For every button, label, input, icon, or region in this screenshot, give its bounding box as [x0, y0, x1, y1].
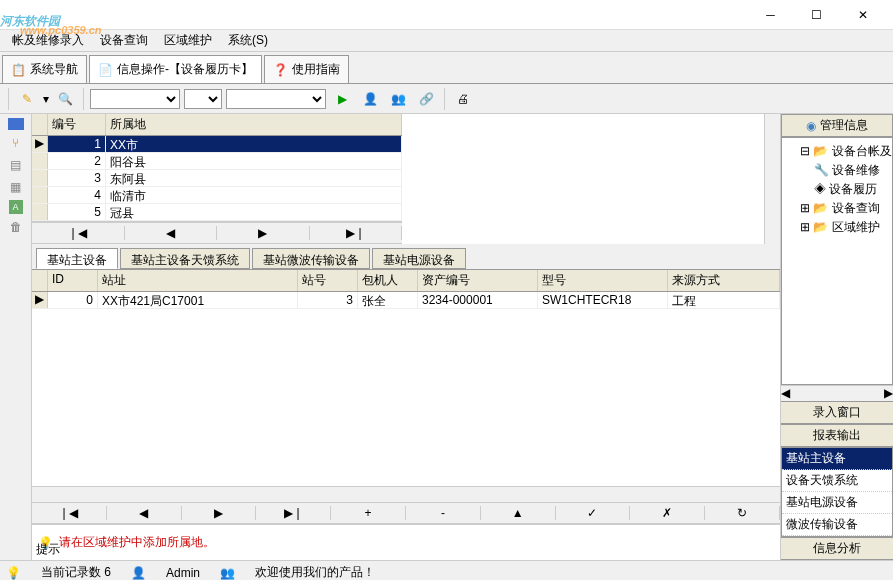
dcol-owner[interactable]: 包机人	[358, 270, 418, 291]
message-bar: 💡 请在区域维护中添加所属地。	[32, 524, 780, 560]
tab-info-op[interactable]: 📄 信息操作-【设备履历卡】	[89, 55, 262, 83]
page-icon[interactable]: ▤	[7, 156, 25, 174]
report-list: 基站主设备 设备天馈系统 基站电源设备 微波传输设备	[781, 447, 893, 537]
dcol-asset[interactable]: 资产编号	[418, 270, 538, 291]
doc-icon: 📄	[98, 63, 113, 77]
nav-prev[interactable]: ◀	[125, 226, 218, 240]
mgmt-tree: ⊟ 📂 设备台帐及维 🔧 设备维修 ◈ 设备履历 ⊞ 📂 设备查询 ⊞ 📂 区域…	[781, 137, 893, 385]
section-report[interactable]: 报表输出	[781, 424, 893, 447]
menu-system[interactable]: 系统(S)	[228, 32, 268, 49]
tree-node[interactable]: ⊟ 📂 设备台帐及维	[786, 142, 888, 161]
col-place[interactable]: 所属地	[106, 114, 402, 135]
user-icon: 👤	[131, 566, 146, 580]
link-icon[interactable]: 🔗	[414, 87, 438, 111]
close-button[interactable]: ✕	[840, 1, 885, 29]
dnav-del[interactable]: -	[406, 506, 481, 520]
dnav-first[interactable]: ❘◀	[32, 506, 107, 520]
dnav-last[interactable]: ▶❘	[256, 506, 331, 520]
tree-node[interactable]: ⊞ 📂 区域维护	[786, 218, 888, 237]
list-item[interactable]: 基站电源设备	[782, 492, 892, 514]
row-marker-icon: ▶	[32, 136, 48, 152]
search-icon[interactable]: 🔍	[53, 87, 77, 111]
globe-icon: ◉	[806, 119, 816, 133]
row-marker-icon: ▶	[32, 292, 48, 308]
titlebar: ─ ☐ ✕	[0, 0, 893, 30]
message-label: 提示	[36, 541, 60, 560]
toolbar: ✎ ▾ 🔍 ▶ 👤 👥 🔗 🖨	[0, 84, 893, 114]
detail-grid: ID 站址 站号 包机人 资产编号 型号 来源方式 ▶ 0 XX市421局C17…	[32, 270, 780, 486]
col-id[interactable]: 编号	[48, 114, 106, 135]
dnav-ok[interactable]: ✓	[556, 506, 631, 520]
bulb-icon: 💡	[6, 566, 21, 580]
nav-next[interactable]: ▶	[217, 226, 310, 240]
subtab-microwave[interactable]: 基站微波传输设备	[252, 248, 370, 269]
doc-icon[interactable]: ▦	[7, 178, 25, 196]
grid-row[interactable]: 5 冠县	[32, 204, 402, 221]
filter-combo-3[interactable]	[226, 89, 326, 109]
detail-navigator: ❘◀ ◀ ▶ ▶❘ + - ▲ ✓ ✗ ↻	[32, 502, 780, 524]
detail-tabs: 基站主设备 基站主设备天馈系统 基站微波传输设备 基站电源设备	[32, 244, 780, 270]
dcol-id[interactable]: ID	[48, 270, 98, 291]
dnav-add[interactable]: +	[331, 506, 406, 520]
section-analysis[interactable]: 信息分析	[781, 537, 893, 560]
dnav-prev[interactable]: ◀	[107, 506, 182, 520]
minimize-button[interactable]: ─	[748, 1, 793, 29]
find-group-icon[interactable]: 👥	[386, 87, 410, 111]
dcol-src[interactable]: 来源方式	[668, 270, 780, 291]
tabbar: 📋 系统导航 📄 信息操作-【设备履历卡】 ❓ 使用指南	[0, 52, 893, 84]
tree-node[interactable]: ◈ 设备履历	[786, 180, 888, 199]
tree-scrollbar[interactable]: ◀▶	[781, 385, 893, 401]
dcol-num[interactable]: 站号	[298, 270, 358, 291]
menu-region[interactable]: 区域维护	[164, 32, 212, 49]
play-icon[interactable]: ▶	[330, 87, 354, 111]
horizontal-scrollbar[interactable]	[32, 486, 780, 502]
grid-row[interactable]: ▶ 1 XX市	[32, 136, 402, 153]
subtab-main[interactable]: 基站主设备	[36, 248, 118, 269]
record-count: 当前记录数 6	[41, 564, 111, 580]
help-icon: ❓	[273, 63, 288, 77]
list-item[interactable]: 设备天馈系统	[782, 470, 892, 492]
grid-row[interactable]: 4 临清市	[32, 187, 402, 204]
list-item[interactable]: 微波传输设备	[782, 514, 892, 536]
print-icon[interactable]: 🖨	[451, 87, 475, 111]
grid-row[interactable]: 2 阳谷县	[32, 153, 402, 170]
dropdown-arrow-icon[interactable]: ▾	[43, 92, 49, 106]
tree-node[interactable]: ⊞ 📂 设备查询	[786, 199, 888, 218]
dcol-model[interactable]: 型号	[538, 270, 668, 291]
trash-icon[interactable]: 🗑	[7, 218, 25, 236]
nav-last[interactable]: ▶❘	[310, 226, 403, 240]
find-person-icon[interactable]: 👤	[358, 87, 382, 111]
card-icon[interactable]	[8, 118, 24, 130]
nav-first[interactable]: ❘◀	[32, 226, 125, 240]
green-icon[interactable]: A	[9, 200, 23, 214]
subtab-antenna[interactable]: 基站主设备天馈系统	[120, 248, 250, 269]
dnav-cancel[interactable]: ✗	[630, 506, 705, 520]
list-item[interactable]: 基站主设备	[782, 448, 892, 470]
edit-icon[interactable]: ✎	[15, 87, 39, 111]
left-sidebar: ⑂ ▤ ▦ A 🗑	[0, 114, 32, 560]
filter-combo-1[interactable]	[90, 89, 180, 109]
message-text: 请在区域维护中添加所属地。	[59, 534, 215, 551]
menu-query[interactable]: 设备查询	[100, 32, 148, 49]
current-user: Admin	[166, 566, 200, 580]
dnav-refresh[interactable]: ↻	[705, 506, 780, 520]
section-input[interactable]: 录入窗口	[781, 401, 893, 424]
grid-row[interactable]: 3 东阿县	[32, 170, 402, 187]
vertical-scrollbar[interactable]	[764, 114, 780, 244]
tab-nav[interactable]: 📋 系统导航	[2, 55, 87, 83]
people-icon: 👥	[220, 566, 235, 580]
dcol-addr[interactable]: 站址	[98, 270, 298, 291]
center-panel: 编号 所属地 ▶ 1 XX市 2 阳谷县 3	[32, 114, 781, 560]
subtab-power[interactable]: 基站电源设备	[372, 248, 466, 269]
fork-icon[interactable]: ⑂	[7, 134, 25, 152]
dnav-edit[interactable]: ▲	[481, 506, 556, 520]
filter-combo-2[interactable]	[184, 89, 222, 109]
right-panel: ◉ 管理信息 ⊟ 📂 设备台帐及维 🔧 设备维修 ◈ 设备履历 ⊞ 📂 设备查询…	[781, 114, 893, 560]
tab-guide[interactable]: ❓ 使用指南	[264, 55, 349, 83]
tree-node[interactable]: 🔧 设备维修	[786, 161, 888, 180]
menu-input[interactable]: 帐及维修录入	[12, 32, 84, 49]
dnav-next[interactable]: ▶	[182, 506, 257, 520]
maximize-button[interactable]: ☐	[794, 1, 839, 29]
detail-row[interactable]: ▶ 0 XX市421局C17001 3 张全 3234-000001 SW1CH…	[32, 292, 780, 309]
menubar: 帐及维修录入 设备查询 区域维护 系统(S)	[0, 30, 893, 52]
